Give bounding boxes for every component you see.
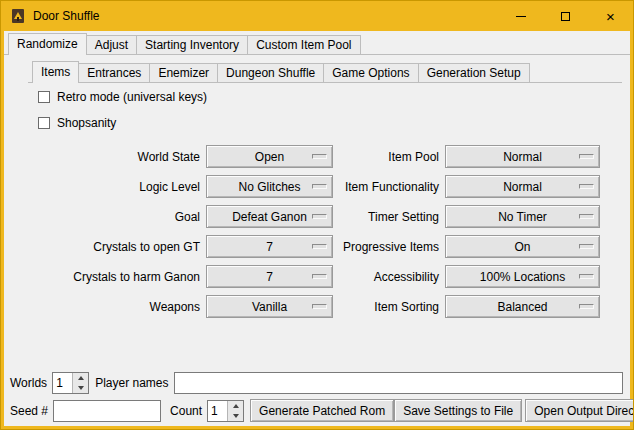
app-icon	[10, 8, 26, 24]
retro-mode-row: Retro mode (universal keys)	[38, 85, 630, 109]
tab-custom-item-pool[interactable]: Custom Item Pool	[247, 35, 360, 54]
dropdown-item-sorting-value: Balanced	[497, 300, 547, 314]
seed-input[interactable]	[53, 400, 161, 422]
timer-setting-label: Timer Setting	[339, 210, 439, 224]
close-button[interactable]: ×	[588, 1, 633, 31]
tab-starting-inventory[interactable]: Starting Inventory	[136, 35, 248, 54]
world-state-label: World State	[12, 150, 200, 164]
dropdown-indicator-icon	[579, 214, 594, 219]
player-names-input[interactable]	[174, 372, 624, 394]
generate-patched-rom-button[interactable]: Generate Patched Rom	[250, 399, 394, 422]
checkbox-shopsanity-label: Shopsanity	[57, 116, 116, 130]
dropdown-crystals-open-gt-value: 7	[266, 240, 273, 254]
dropdown-timer-setting[interactable]: No Timer	[445, 205, 600, 228]
chevron-up-icon	[78, 376, 84, 380]
count-spin-up-button[interactable]	[228, 401, 243, 411]
item-functionality-label: Item Functionality	[339, 180, 439, 194]
dropdown-world-state[interactable]: Open	[206, 145, 333, 168]
dropdown-item-functionality-value: Normal	[503, 180, 542, 194]
crystals-harm-ganon-label: Crystals to harm Ganon	[12, 270, 200, 284]
dropdown-indicator-icon	[312, 274, 327, 279]
dropdown-logic-level-value: No Glitches	[238, 180, 300, 194]
dropdown-accessibility-value: 100% Locations	[480, 270, 565, 284]
weapons-label: Weapons	[12, 300, 200, 314]
dropdown-weapons[interactable]: Vanilla	[206, 295, 333, 318]
tab-enemizer[interactable]: Enemizer	[149, 63, 218, 82]
maximize-icon	[561, 12, 570, 21]
minimize-icon	[516, 16, 526, 17]
tab-game-options[interactable]: Game Options	[323, 63, 418, 82]
item-sorting-label: Item Sorting	[339, 300, 439, 314]
tab-entrances[interactable]: Entrances	[78, 63, 150, 82]
window-content: Randomize Adjust Starting Inventory Cust…	[4, 31, 630, 426]
bottom-bar: Worlds Player names Seed # Count	[10, 371, 624, 422]
count-spinbox	[207, 400, 244, 422]
dropdown-indicator-icon	[312, 184, 327, 189]
minimize-button[interactable]	[498, 1, 543, 31]
worlds-spin-down-button[interactable]	[73, 383, 88, 393]
dropdown-indicator-icon	[312, 244, 327, 249]
window-controls: ×	[498, 1, 633, 31]
dropdown-logic-level[interactable]: No Glitches	[206, 175, 333, 198]
dropdown-indicator-icon	[579, 184, 594, 189]
settings-row: World State Open Item Pool Normal	[12, 145, 630, 168]
dropdown-indicator-icon	[579, 244, 594, 249]
tab-generation-setup[interactable]: Generation Setup	[418, 63, 530, 82]
player-names-label: Player names	[95, 376, 168, 390]
shopsanity-row: Shopsanity	[38, 111, 630, 135]
dropdown-item-functionality[interactable]: Normal	[445, 175, 600, 198]
chevron-down-icon	[78, 386, 84, 390]
maximize-button[interactable]	[543, 1, 588, 31]
progressive-items-label: Progressive Items	[339, 240, 439, 254]
dropdown-timer-setting-value: No Timer	[498, 210, 547, 224]
logic-level-label: Logic Level	[12, 180, 200, 194]
checkbox-retro-mode[interactable]	[38, 91, 50, 103]
seed-label: Seed #	[10, 404, 48, 418]
tab-dungeon-shuffle[interactable]: Dungeon Shuffle	[217, 63, 324, 82]
dropdown-goal[interactable]: Defeat Ganon	[206, 205, 333, 228]
worlds-spin-up-button[interactable]	[73, 373, 88, 383]
chevron-up-icon	[233, 404, 239, 408]
dropdown-world-state-value: Open	[255, 150, 284, 164]
tab-randomize[interactable]: Randomize	[8, 33, 87, 55]
settings-row: Crystals to open GT 7 Progressive Items …	[12, 235, 630, 258]
window: Door Shuffle × Randomize Adjust Starting…	[0, 0, 634, 430]
tab-adjust[interactable]: Adjust	[86, 35, 137, 54]
count-spin-arrows	[227, 401, 243, 421]
chevron-down-icon	[233, 414, 239, 418]
dropdown-goal-value: Defeat Ganon	[232, 210, 307, 224]
dropdown-indicator-icon	[579, 274, 594, 279]
settings-row: Logic Level No Glitches Item Functionali…	[12, 175, 630, 198]
item-pool-label: Item Pool	[339, 150, 439, 164]
dropdown-indicator-icon	[312, 154, 327, 159]
dropdown-indicator-icon	[312, 214, 327, 219]
dropdown-crystals-harm-ganon-value: 7	[266, 270, 273, 284]
dropdown-progressive-items-value: On	[514, 240, 530, 254]
count-spin-down-button[interactable]	[228, 411, 243, 421]
count-input[interactable]	[208, 401, 227, 421]
settings-grid: World State Open Item Pool Normal Logic …	[12, 145, 630, 318]
open-output-directory-button[interactable]: Open Output Directory	[525, 399, 634, 422]
worlds-input[interactable]	[53, 373, 72, 393]
window-title: Door Shuffle	[33, 9, 100, 23]
tab-items[interactable]: Items	[32, 61, 79, 83]
inner-tab-bar: Items Entrances Enemizer Dungeon Shuffle…	[28, 59, 622, 83]
save-settings-button[interactable]: Save Settings to File	[394, 399, 522, 422]
dropdown-progressive-items[interactable]: On	[445, 235, 600, 258]
goal-label: Goal	[12, 210, 200, 224]
checkbox-retro-mode-label: Retro mode (universal keys)	[57, 90, 207, 104]
dropdown-crystals-open-gt[interactable]: 7	[206, 235, 333, 258]
checkbox-shopsanity[interactable]	[38, 117, 50, 129]
accessibility-label: Accessibility	[339, 270, 439, 284]
crystals-open-gt-label: Crystals to open GT	[12, 240, 200, 254]
seed-row: Seed # Count Generate Patched Rom Save S…	[10, 399, 624, 422]
bottom-right-buttons: Save Settings to File Open Output Direct…	[394, 399, 634, 422]
worlds-row: Worlds Player names	[10, 371, 624, 394]
settings-row: Crystals to harm Ganon 7 Accessibility 1…	[12, 265, 630, 288]
titlebar[interactable]: Door Shuffle ×	[1, 1, 633, 31]
dropdown-item-sorting[interactable]: Balanced	[445, 295, 600, 318]
dropdown-item-pool[interactable]: Normal	[445, 145, 600, 168]
worlds-spin-arrows	[72, 373, 88, 393]
dropdown-accessibility[interactable]: 100% Locations	[445, 265, 600, 288]
dropdown-crystals-harm-ganon[interactable]: 7	[206, 265, 333, 288]
